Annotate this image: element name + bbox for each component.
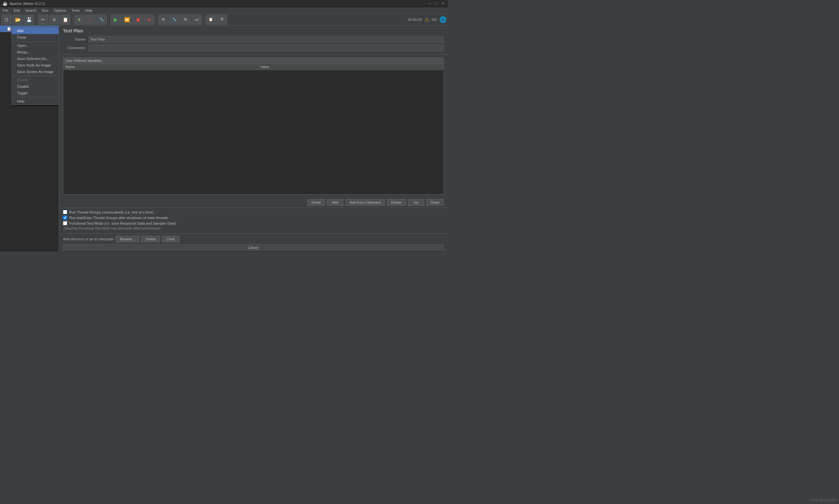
- ctx-add[interactable]: Add ▶: [12, 28, 59, 34]
- report-button[interactable]: 🏷: [191, 15, 202, 24]
- ctx-save-node-image-label: Save Node As Image: [17, 63, 51, 67]
- option-row-3: Functional Test Mode (i.e. save Response…: [63, 221, 444, 225]
- clear-all-button[interactable]: 🔧: [97, 15, 107, 24]
- remote-stop-button[interactable]: 🔧: [169, 15, 180, 24]
- ctx-help-label: Help: [17, 99, 24, 103]
- option-teardown-label: Run tearDown Thread Groups after shutdow…: [69, 216, 168, 220]
- run-no-pause-button[interactable]: ⏩: [122, 15, 132, 24]
- browse-button[interactable]: Browse...: [116, 236, 139, 242]
- help-toolbar-button[interactable]: ?: [217, 15, 227, 24]
- ctx-toggle[interactable]: Toggle Ctrl+T: [12, 90, 59, 96]
- shutdown-button[interactable]: ⊗: [144, 15, 154, 24]
- library-body: [63, 251, 444, 252]
- udv-empty-row: [63, 70, 444, 195]
- menu-help[interactable]: Help: [82, 7, 95, 14]
- test-plan-header: Test Plan Name: Comments:: [59, 25, 448, 55]
- counter-display: 0/0: [432, 18, 437, 22]
- ctx-merge[interactable]: Merge...: [12, 49, 59, 55]
- classpath-delete-button[interactable]: Delete: [141, 236, 160, 242]
- paste-button[interactable]: 📋: [60, 15, 70, 24]
- toolbar-sep-3: [108, 16, 109, 23]
- ctx-help[interactable]: Help: [12, 98, 59, 105]
- udv-table: Name Value: [63, 64, 444, 195]
- library-header: Library: [63, 245, 444, 251]
- option-row-1: Run Thread Groups consecutively (i.e. on…: [63, 210, 444, 214]
- ctx-sep-3: [12, 97, 59, 97]
- add-toolbar-button[interactable]: +: [74, 15, 85, 24]
- ctx-paste[interactable]: Paste Ctrl+V: [12, 34, 59, 41]
- delete-button[interactable]: Delete: [387, 199, 406, 206]
- copy-button[interactable]: ⧉: [49, 15, 59, 24]
- context-menu-main: Add ▶ Paste Ctrl+V Open... Merge... Save…: [12, 27, 59, 105]
- toolbar-sep-4: [156, 16, 156, 23]
- remote-start-button[interactable]: ⚙: [158, 15, 169, 24]
- maximize-button[interactable]: □: [434, 1, 439, 6]
- close-button[interactable]: ✕: [441, 1, 445, 6]
- app-icon: ☕: [3, 1, 7, 6]
- main-area: 📋 Test Plan Add ▶ Paste Ctrl+V Open...: [0, 25, 448, 252]
- classpath-clear-button[interactable]: Clear: [162, 236, 179, 242]
- toolbar-sep-5: [204, 16, 204, 23]
- ctx-open[interactable]: Open...: [12, 42, 59, 49]
- comments-input[interactable]: [88, 44, 444, 51]
- window-controls: ─ □ ✕: [428, 1, 445, 6]
- udv-table-body: [63, 70, 444, 195]
- menu-file[interactable]: File: [0, 7, 11, 14]
- ctx-save-selection[interactable]: Save Selection As...: [12, 55, 59, 62]
- add-clipboard-button[interactable]: Add from Clipboard: [345, 199, 385, 206]
- stop-button[interactable]: ⏹: [133, 15, 143, 24]
- ctx-disable[interactable]: Disable: [12, 83, 59, 90]
- udv-buttons: Detail Add Add from Clipboard Delete Up …: [59, 197, 448, 208]
- option-teardown-checkbox[interactable]: [63, 215, 67, 220]
- context-overlay: Add ▶ Paste Ctrl+V Open... Merge... Save…: [0, 25, 59, 252]
- menu-tools[interactable]: Tools: [69, 7, 83, 14]
- ctx-toggle-label: Toggle: [17, 91, 28, 95]
- option-functional-checkbox[interactable]: [63, 221, 67, 225]
- run-button[interactable]: ▶: [110, 15, 121, 24]
- ctx-save-selection-label: Save Selection As...: [17, 57, 49, 60]
- clock-display: 00:00:00: [408, 18, 422, 22]
- name-row: Name:: [63, 36, 444, 42]
- menu-bar: File Edit Search Run Options Tools Help: [0, 7, 448, 14]
- functional-note: Selecting Functional Test Mode may adver…: [63, 227, 444, 230]
- library-section: Library: [63, 244, 444, 252]
- option-row-2: Run tearDown Thread Groups after shutdow…: [63, 215, 444, 220]
- menu-edit[interactable]: Edit: [11, 7, 23, 14]
- name-label: Name:: [63, 37, 86, 41]
- option-functional-label: Functional Test Mode (i.e. save Response…: [69, 221, 176, 225]
- test-plan-title: Test Plan: [63, 28, 444, 33]
- ctx-save-node-image[interactable]: Save Node As Image Ctrl+G: [12, 62, 59, 69]
- menu-options[interactable]: Options: [51, 7, 69, 14]
- open-button[interactable]: 📂: [13, 15, 23, 24]
- ctx-sep-2: [12, 76, 59, 76]
- globe-icon: 🌐: [439, 16, 447, 23]
- ctx-open-label: Open...: [17, 43, 29, 48]
- new-button[interactable]: 🗋: [1, 15, 12, 24]
- option-consecutive-checkbox[interactable]: [63, 210, 67, 214]
- minimize-button[interactable]: ─: [428, 1, 432, 6]
- classpath-section: Add directory or jar to classpath Browse…: [59, 234, 448, 244]
- add-button[interactable]: Add: [327, 199, 343, 206]
- classpath-label: Add directory or jar to classpath: [63, 237, 114, 241]
- down-button[interactable]: Down: [426, 199, 444, 206]
- save-button[interactable]: 💾: [23, 15, 34, 24]
- name-input[interactable]: [88, 36, 444, 42]
- ctx-paste-label: Paste: [17, 35, 26, 39]
- toolbar: 🗋 📂 💾 ✂ ⧉ 📋 + − 🔧 ▶ ⏩ ⏹ ⊗ ⚙ 🔧 ⚙ 🏷 📋 ? 00…: [0, 14, 448, 25]
- udv-section: User Defined Variables Name Value: [63, 57, 444, 195]
- option-consecutive-label: Run Thread Groups consecutively (i.e. on…: [69, 210, 154, 214]
- comments-label: Comments:: [63, 46, 86, 50]
- cut-button[interactable]: ✂: [38, 15, 48, 24]
- title-bar: ☕ Apache JMeter (5.2.1) ─ □ ✕: [0, 0, 448, 7]
- udv-col-value: Value: [258, 64, 444, 70]
- menu-run[interactable]: Run: [39, 7, 51, 14]
- remove-toolbar-button[interactable]: −: [85, 15, 96, 24]
- ctx-save-screen-image[interactable]: Save Screen As Image Ctrl+Shift+G: [12, 69, 59, 75]
- log-button[interactable]: 📋: [206, 15, 216, 24]
- remote-exit-button[interactable]: ⚙: [180, 15, 191, 24]
- up-button[interactable]: Up: [408, 199, 424, 206]
- udv-title: User Defined Variables: [63, 57, 444, 64]
- menu-search[interactable]: Search: [23, 7, 39, 14]
- udv-table-header: Name Value: [63, 64, 444, 70]
- detail-button[interactable]: Detail: [307, 199, 325, 206]
